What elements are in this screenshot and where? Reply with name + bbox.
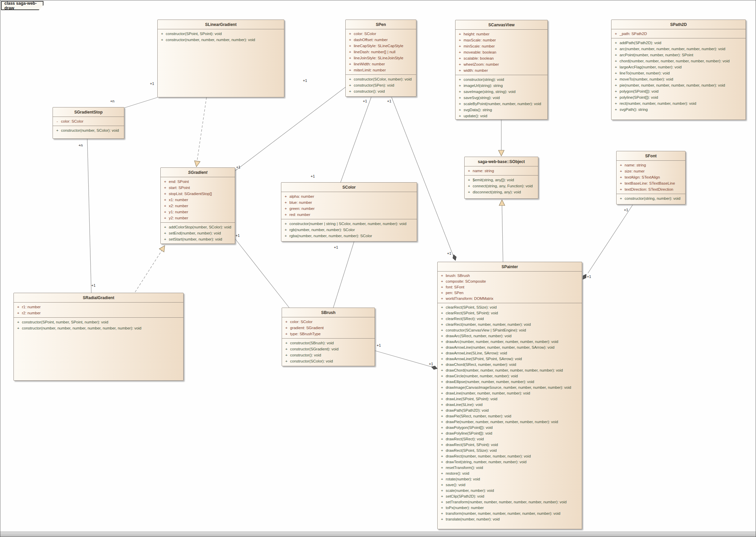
member-row: +pie(number, number, number, number, num…	[612, 82, 745, 88]
visibility-marker: +	[438, 396, 446, 402]
class-methods: +clearRect(SPoint, SSize): void+clearRec…	[438, 303, 582, 529]
member-row: +constructor(): void	[346, 88, 415, 94]
class-methods: +constructor(SBrush): void+constructor(S…	[282, 339, 375, 366]
visibility-marker: +	[14, 319, 22, 325]
visibility-marker: +	[456, 37, 464, 43]
visibility-marker: +	[14, 310, 22, 316]
visibility-marker: +	[438, 385, 446, 390]
member-text: r1: number	[22, 304, 183, 310]
member-row: +drawPolyline(SPoint[]): void	[438, 431, 581, 436]
visibility-marker: +	[54, 127, 61, 133]
member-text: constructor(number, number, number, numb…	[166, 37, 283, 43]
connector-brush-painter	[375, 351, 433, 367]
class-box-spath2d[interactable]: SPath2D +_path: SPath2D +addPath(SPath2D…	[611, 20, 746, 120]
visibility-marker: +	[161, 185, 169, 191]
multiplicity-label: +1	[235, 233, 240, 238]
member-text: green: number	[289, 206, 416, 212]
visibility-marker: +	[283, 319, 290, 325]
member-row: +svgData(): string	[456, 107, 547, 113]
member-text: drawRect(SPoint, SSize): void	[446, 448, 581, 453]
member-text: gradient: SGradient	[290, 325, 374, 331]
member-text: name: string	[625, 162, 685, 168]
class-box-scanvasview[interactable]: SCanvasView +height: number+maxScale: nu…	[455, 20, 548, 120]
visibility-marker: +	[612, 64, 620, 70]
class-box-sfont[interactable]: SFont +name: string+size: numer+textAlig…	[616, 151, 686, 204]
class-title: SRadialGradient	[14, 293, 183, 303]
member-row: +constructor(number, number, number, num…	[158, 37, 283, 43]
member-text: y1: number	[169, 209, 234, 215]
member-row: +moveable: boolean	[456, 49, 547, 55]
class-box-sobject[interactable]: saga-web-base::SObject +name: string +$e…	[464, 157, 538, 199]
generalization-arrow-icon	[194, 161, 200, 167]
class-box-spen[interactable]: SPen +color: SColor+dashOffset: number+l…	[345, 20, 416, 97]
visibility-marker: +	[438, 333, 446, 339]
visibility-marker: +	[612, 40, 620, 46]
multiplicity-label: +1	[236, 165, 241, 169]
class-attributes: +name: string+size: numer+textAlign: STe…	[617, 161, 685, 194]
visibility-marker: +	[456, 49, 464, 55]
connector-gradientstop-lineargradient	[123, 97, 158, 108]
visibility-marker: +	[161, 203, 169, 209]
member-row: +lineDash: number[] | null	[346, 49, 415, 55]
connector-pen-color	[341, 97, 371, 182]
class-box-sbrush[interactable]: SBrush +color: SColor+gradient: SGradien…	[282, 308, 375, 366]
member-text: constructor(SCanvasView | SPaintEngine):…	[446, 327, 581, 333]
visibility-marker: +	[283, 346, 290, 352]
visibility-marker: +	[438, 339, 446, 345]
member-row: +largeArcFlag(number, number): void	[612, 64, 745, 70]
class-box-spainter[interactable]: SPainter +brush: SBrush+composite: SComp…	[437, 262, 582, 529]
member-text: clearRect(SPoint, SSize): void	[446, 305, 581, 310]
member-text: brush: SBrush	[446, 273, 581, 279]
visibility-marker: +	[438, 499, 446, 505]
class-box-scolor[interactable]: SColor +alpha: number+blue: number+green…	[281, 182, 417, 242]
member-row: +drawChord(SRect, number, number): void	[438, 362, 581, 368]
visibility-marker: +	[346, 55, 354, 61]
member-row: +constructor(SPen): void	[346, 82, 415, 88]
member-row: +x2: number	[161, 203, 234, 209]
class-attributes: -color: SColor	[53, 117, 124, 126]
member-text: drawArrowLine(number, number, number, nu…	[446, 345, 581, 350]
visibility-marker: +	[438, 290, 446, 296]
multiplicity-label: +1	[429, 362, 433, 366]
class-methods: +$emit(string, any[]): void+connect(stri…	[465, 176, 538, 198]
member-row: +constructor(number, SColor): void	[54, 127, 123, 133]
class-box-slineargradient[interactable]: SLinearGradient +constructor(SPoint, SPo…	[157, 20, 284, 97]
member-row: +drawCircle(number, number, number): voi…	[438, 373, 581, 379]
member-text: alpha: number	[289, 193, 416, 199]
member-row: +miterLimit: number	[346, 67, 415, 73]
member-text: drawPolygon(SPoint[]): void	[446, 425, 581, 431]
visibility-marker: +	[282, 233, 289, 239]
member-row: +drawLine(SLine): void	[438, 402, 581, 408]
multiplicity-label: +1	[624, 208, 628, 212]
visibility-marker: +	[465, 189, 473, 195]
member-text: rect(number, number, number, number): vo…	[620, 100, 745, 106]
visibility-marker: +	[438, 379, 446, 385]
multiplicity-label: +1	[91, 283, 96, 287]
member-text: wheelZoom: number	[464, 61, 547, 67]
class-title: SBrush	[282, 308, 375, 317]
class-box-sradialgradient[interactable]: SRadialGradient +r1: number+r2: number +…	[13, 293, 184, 381]
member-row: +polyline(SPoint[]): void	[612, 94, 745, 100]
member-text: addColorStop(number, SColor): void	[169, 224, 234, 230]
visibility-marker: +	[161, 197, 169, 203]
member-text: drawPath(SPath2D): void	[446, 408, 581, 413]
class-box-sgradientstop[interactable]: SGradientStop -color: SColor +constructo…	[53, 107, 124, 139]
member-text: stopList: SGradientStop[]	[169, 191, 234, 197]
member-text: constructor(SGradient): void	[290, 346, 374, 352]
member-row: +setStart(number, number): void	[161, 236, 234, 242]
member-row: +svgPath(): string	[612, 106, 745, 113]
diagram-frame-tab: class saga-web-draw	[1, 1, 43, 10]
member-row: +constructor(SBrush): void	[283, 340, 374, 346]
member-text: textDirection: STextDirection	[625, 186, 685, 192]
class-methods: +constructor(SPoint, number, SPoint, num…	[14, 318, 183, 380]
class-attributes: +color: SColor+dashOffset: number+lineCa…	[346, 29, 416, 75]
member-row: +size: numer	[617, 168, 685, 174]
visibility-marker: +	[617, 168, 625, 174]
member-text: height: number	[464, 31, 547, 37]
member-text: chord(number, number, number, number, nu…	[620, 58, 745, 64]
member-text: clearRect(number, number, number, number…	[446, 322, 581, 327]
class-box-sgradient[interactable]: SGradient +end: SPoint+start: SPoint+sto…	[160, 167, 235, 244]
member-row: +lineWidth: number	[346, 61, 415, 67]
member-row: +color: SColor	[346, 31, 415, 37]
multiplicity-label: +1	[303, 78, 307, 83]
